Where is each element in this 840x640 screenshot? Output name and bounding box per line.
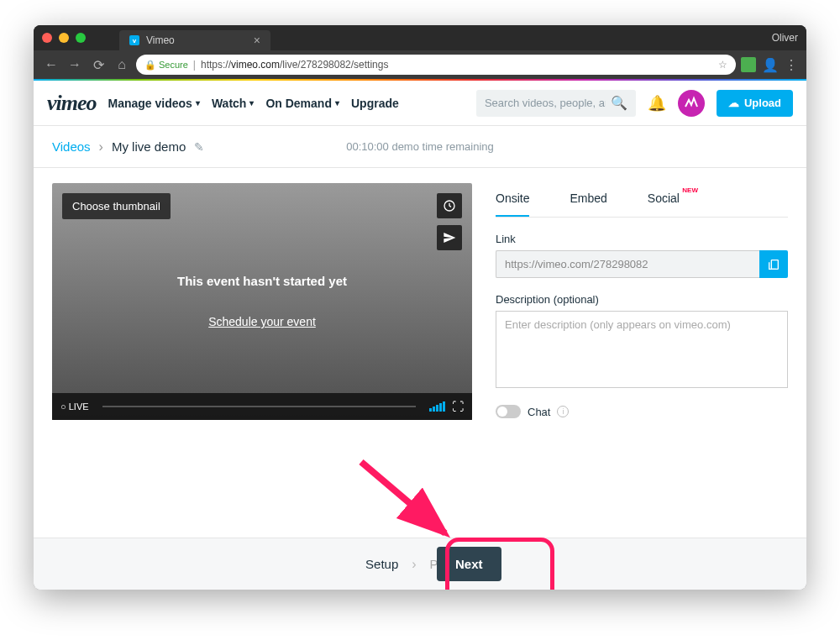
- site-header: vimeo Manage videos▾ Watch▾ On Demand▾ U…: [34, 81, 806, 126]
- progress-bar[interactable]: [102, 406, 416, 407]
- extension-icon[interactable]: [741, 57, 756, 72]
- nav-manage-videos[interactable]: Manage videos▾: [108, 97, 200, 110]
- nav-upgrade[interactable]: Upgrade: [351, 97, 399, 110]
- tab-embed[interactable]: Embed: [570, 183, 606, 217]
- back-button[interactable]: ←: [42, 55, 60, 74]
- chevron-down-icon: ▾: [335, 98, 339, 108]
- chrome-profile-label[interactable]: Oliver: [772, 32, 798, 44]
- page-title: My live demo: [112, 139, 186, 154]
- link-input[interactable]: [496, 250, 759, 278]
- tab-onsite[interactable]: Onsite: [496, 183, 529, 217]
- nav-on-demand[interactable]: On Demand▾: [265, 97, 339, 110]
- tab-title: Vimeo: [146, 34, 175, 46]
- browser-titlebar: v Vimeo × Oliver: [34, 25, 806, 50]
- copy-link-button[interactable]: [759, 250, 788, 278]
- chevron-right-icon: ›: [99, 139, 103, 155]
- browser-toolbar: ← → ⟳ ⌂ 🔒 Secure | https://vimeo.com/liv…: [34, 50, 806, 79]
- demo-time-remaining: 00:10:00 demo time remaining: [346, 140, 494, 153]
- settings-tabs: Onsite Embed Social NEW: [496, 183, 788, 218]
- description-label: Description (optional): [496, 293, 788, 306]
- next-button[interactable]: Next: [437, 547, 501, 581]
- avatar[interactable]: [678, 90, 705, 117]
- chevron-down-icon: ▾: [196, 98, 200, 108]
- chrome-menu-icon[interactable]: ⋮: [785, 57, 798, 73]
- chat-toggle[interactable]: [496, 405, 521, 418]
- url-text: https://vimeo.com/live/278298082/setting…: [201, 59, 388, 71]
- description-input[interactable]: [496, 311, 788, 388]
- search-input[interactable]: [485, 97, 606, 109]
- player-controls: LIVE ⛶: [52, 393, 472, 420]
- lock-icon: 🔒 Secure: [144, 60, 188, 71]
- new-badge: NEW: [682, 186, 698, 194]
- chevron-down-icon: ▾: [249, 98, 254, 108]
- live-indicator: LIVE: [60, 401, 89, 412]
- link-label: Link: [496, 233, 788, 245]
- share-paper-plane-icon[interactable]: [437, 225, 462, 250]
- wizard-footer: Setup › Preview Next: [34, 538, 806, 590]
- search-icon[interactable]: 🔍: [611, 95, 627, 111]
- notifications-bell-icon[interactable]: 🔔: [648, 94, 666, 113]
- traffic-lights: [42, 33, 86, 43]
- chat-label: Chat: [528, 406, 550, 418]
- vimeo-logo[interactable]: vimeo: [47, 91, 97, 116]
- forward-button[interactable]: →: [66, 55, 84, 74]
- maximize-window-button[interactable]: [76, 33, 86, 43]
- upload-button[interactable]: ☁ Upload: [717, 90, 793, 117]
- address-bar[interactable]: 🔒 Secure | https://vimeo.com/live/278298…: [136, 55, 736, 75]
- info-icon[interactable]: i: [557, 406, 569, 417]
- svg-rect-1: [771, 260, 778, 269]
- bookmark-star-icon[interactable]: ☆: [718, 59, 727, 71]
- close-window-button[interactable]: [42, 33, 52, 43]
- fullscreen-icon[interactable]: ⛶: [452, 400, 464, 413]
- signal-bars-icon[interactable]: [429, 401, 445, 412]
- choose-thumbnail-button[interactable]: Choose thumbnail: [62, 193, 171, 219]
- search-box[interactable]: 🔍: [476, 90, 636, 117]
- breadcrumb-root-link[interactable]: Videos: [52, 139, 91, 154]
- chevron-right-icon: ›: [412, 557, 416, 572]
- schedule-clock-icon[interactable]: [437, 193, 462, 218]
- schedule-event-link[interactable]: Schedule your event: [208, 315, 316, 328]
- nav-watch[interactable]: Watch▾: [212, 97, 254, 110]
- cloud-upload-icon: ☁: [728, 97, 739, 109]
- edit-pencil-icon[interactable]: ✎: [194, 140, 204, 154]
- step-setup[interactable]: Setup: [365, 557, 398, 571]
- event-status-text: This event hasn't started yet: [177, 274, 347, 288]
- browser-tab[interactable]: v Vimeo ×: [119, 30, 270, 50]
- tab-social[interactable]: Social NEW: [648, 183, 680, 217]
- minimize-window-button[interactable]: [59, 33, 69, 43]
- breadcrumb: Videos › My live demo ✎ 00:10:00 demo ti…: [34, 126, 806, 168]
- reload-button[interactable]: ⟳: [89, 55, 108, 74]
- vimeo-favicon-icon: v: [129, 35, 139, 45]
- chrome-account-icon[interactable]: 👤: [761, 55, 780, 74]
- close-tab-icon[interactable]: ×: [254, 34, 260, 47]
- video-preview: Choose thumbnail This event hasn't start…: [52, 183, 472, 420]
- home-button[interactable]: ⌂: [113, 55, 131, 74]
